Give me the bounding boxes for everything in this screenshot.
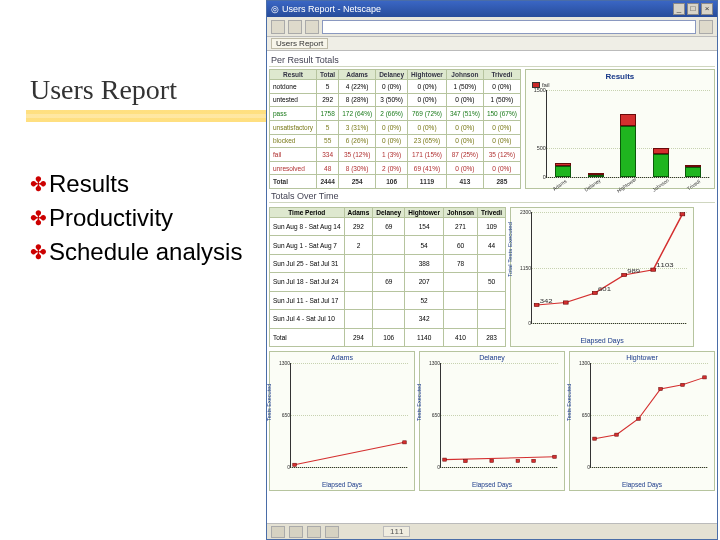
back-button[interactable] — [271, 20, 285, 34]
table-row: unsatisfactory53 (31%)0 (0%)0 (0%)0 (0%)… — [270, 120, 521, 134]
page-content: Per Result Totals ResultTotalAdamsDelane… — [267, 51, 717, 523]
svg-rect-2 — [564, 301, 569, 304]
table-row: blocked556 (26%)0 (0%)23 (65%)0 (0%)0 (0… — [270, 134, 521, 148]
search-button[interactable] — [699, 20, 713, 34]
col-header: Time Period — [270, 208, 345, 218]
svg-rect-5 — [622, 273, 627, 276]
app-icon: ◎ — [271, 4, 279, 14]
bullet-list: ✤Results ✤Productivity ✤Schedule analysi… — [30, 170, 242, 272]
maximize-button[interactable]: □ — [687, 3, 699, 15]
table-row: Total24442541061119413285 — [270, 175, 521, 189]
svg-text:601: 601 — [598, 286, 611, 292]
col-header: Johnson — [444, 208, 478, 218]
pager: 111 — [383, 526, 410, 537]
bullet-text: Productivity — [49, 204, 173, 232]
svg-rect-16 — [490, 459, 494, 462]
table-row: Sun Aug 1 - Sat Aug 72546044 — [270, 236, 506, 254]
bullet-icon: ✤ — [30, 170, 47, 198]
status-icon — [271, 526, 285, 538]
col-header: Delaney — [376, 70, 408, 80]
user-line-chart: DelaneyTests Executed13006500Elapsed Day… — [419, 351, 565, 491]
status-icon — [325, 526, 339, 538]
results-bar-chart: Results fail 05001500 AdamsDelaneyHighto… — [525, 69, 715, 189]
table-row: Sun Aug 8 - Sat Aug 1429269154271109 — [270, 218, 506, 236]
bullet-item: ✤Productivity — [30, 204, 242, 232]
time-period-table: Time PeriodAdamsDelaneyHightowerJohnsonT… — [269, 207, 506, 347]
y-axis-label: Tests Executed — [566, 384, 572, 421]
col-header: Trivedi — [483, 70, 520, 80]
user-line-chart: AdamsTests Executed13006500Elapsed Days — [269, 351, 415, 491]
table-row: Total2941061140410283 — [270, 328, 506, 346]
totals-line-chart: Total Tests Executed 2300115003426019891… — [510, 207, 694, 347]
bullet-text: Results — [49, 170, 129, 198]
col-header: Adams — [339, 70, 376, 80]
chart-title: Delaney — [422, 354, 562, 361]
svg-rect-21 — [637, 417, 641, 420]
x-axis-label: Elapsed Days — [572, 481, 712, 488]
table-row: Sun Jul 18 - Sat Jul 246920750 — [270, 273, 506, 291]
reload-button[interactable] — [305, 20, 319, 34]
x-axis-label: Elapsed Days — [513, 337, 691, 344]
table-row: unresolved488 (30%)2 (0%)69 (41%)0 (0%)0… — [270, 161, 521, 175]
bullet-icon: ✤ — [30, 204, 47, 232]
browser-toolbar — [267, 17, 717, 37]
svg-rect-22 — [659, 387, 663, 390]
chart-title: Results — [528, 72, 712, 81]
slide-title: Users Report — [30, 74, 177, 106]
window-titlebar: ◎ Users Report - Netscape _ □ × — [267, 1, 717, 17]
svg-rect-15 — [464, 460, 468, 463]
table-row: Sun Jul 11 - Sat Jul 1752 — [270, 291, 506, 309]
section-per-result-totals: Per Result Totals — [269, 53, 715, 67]
col-header: Hightower — [405, 208, 444, 218]
bullet-text: Schedule analysis — [49, 238, 242, 266]
minimize-button[interactable]: _ — [673, 3, 685, 15]
y-axis-label: Tests Executed — [267, 384, 272, 421]
col-header: Result — [270, 70, 317, 80]
bullet-item: ✤Results — [30, 170, 242, 198]
table-row: notdone54 (22%)0 (0%)0 (0%)1 (50%)0 (0%) — [270, 80, 521, 94]
x-axis-label: Elapsed Days — [272, 481, 412, 488]
user-line-chart: HightowerTests Executed13006500Elapsed D… — [569, 351, 715, 491]
col-header: Adams — [344, 208, 373, 218]
svg-rect-20 — [615, 433, 619, 436]
status-bar: 111 — [267, 523, 717, 539]
svg-rect-12 — [403, 441, 407, 444]
svg-rect-7 — [651, 268, 656, 271]
svg-rect-23 — [681, 383, 685, 386]
svg-text:2300: 2300 — [686, 212, 688, 213]
address-bar[interactable] — [322, 20, 696, 34]
y-axis-label: Total Tests Executed — [507, 222, 513, 277]
close-button[interactable]: × — [701, 3, 713, 15]
status-icon — [289, 526, 303, 538]
bullet-icon: ✤ — [30, 238, 47, 266]
x-axis-label: Elapsed Days — [422, 481, 562, 488]
svg-rect-14 — [553, 455, 557, 458]
table-row: Sun Jul 4 - Sat Jul 10342 — [270, 310, 506, 328]
svg-rect-13 — [443, 458, 447, 461]
chart-title: Adams — [272, 354, 412, 361]
table-row: pass1758172 (64%)2 (66%)769 (72%)347 (51… — [270, 107, 521, 121]
bullet-item: ✤Schedule analysis — [30, 238, 242, 266]
svg-rect-18 — [532, 459, 536, 462]
svg-rect-24 — [703, 376, 707, 379]
window-title: Users Report - Netscape — [282, 4, 381, 14]
svg-rect-9 — [680, 213, 685, 216]
chart-title: Hightower — [572, 354, 712, 361]
y-axis-label: Tests Executed — [416, 384, 422, 421]
results-table: ResultTotalAdamsDelaneyHightowerJohnsonT… — [269, 69, 521, 189]
col-header: Trivedi — [478, 208, 506, 218]
forward-button[interactable] — [288, 20, 302, 34]
col-header: Delaney — [373, 208, 405, 218]
status-icon — [307, 526, 321, 538]
svg-text:989: 989 — [627, 268, 640, 274]
tab-users-report[interactable]: Users Report — [271, 38, 328, 49]
svg-rect-0 — [534, 303, 539, 306]
svg-rect-11 — [293, 463, 297, 466]
table-row: untested2928 (28%)3 (50%)0 (0%)0 (0%)1 (… — [270, 93, 521, 107]
chart-legend: fail — [532, 82, 712, 88]
svg-text:1103: 1103 — [656, 263, 674, 269]
svg-rect-3 — [593, 291, 598, 294]
browser-window: ◎ Users Report - Netscape _ □ × Users Re… — [266, 0, 718, 540]
tab-bar: Users Report — [267, 37, 717, 51]
col-header: Johnson — [446, 70, 483, 80]
